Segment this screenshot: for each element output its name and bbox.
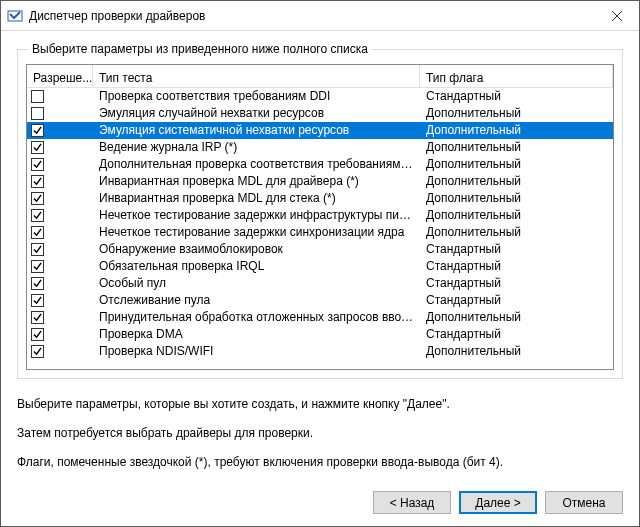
table-row[interactable]: Ведение журнала IRP (*)Дополнительный bbox=[27, 139, 613, 156]
test-type-cell: Нечеткое тестирование задержки инфрастру… bbox=[93, 207, 420, 224]
test-type-cell: Проверка соответствия требованиям DDI bbox=[93, 88, 420, 105]
flag-type-cell: Дополнительный bbox=[420, 309, 613, 326]
options-listview[interactable]: Разреше... Тип теста Тип флага Проверка … bbox=[26, 64, 614, 370]
close-button[interactable] bbox=[594, 1, 639, 30]
row-checkbox[interactable] bbox=[31, 345, 44, 358]
dialog-window: Диспетчер проверки драйверов Выберите па… bbox=[0, 0, 640, 527]
row-checkbox[interactable] bbox=[31, 107, 44, 120]
table-row[interactable]: Проверка DMAСтандартный bbox=[27, 326, 613, 343]
flag-type-cell: Дополнительный bbox=[420, 173, 613, 190]
permission-cell bbox=[27, 343, 93, 360]
row-checkbox[interactable] bbox=[31, 328, 44, 341]
flag-type-cell: Дополнительный bbox=[420, 207, 613, 224]
test-type-cell: Проверка NDIS/WIFI bbox=[93, 343, 420, 360]
column-header-permission[interactable]: Разреше... bbox=[27, 65, 93, 88]
permission-cell bbox=[27, 241, 93, 258]
row-checkbox[interactable] bbox=[31, 260, 44, 273]
test-type-cell: Инвариантная проверка MDL для стека (*) bbox=[93, 190, 420, 207]
test-type-cell: Ведение журнала IRP (*) bbox=[93, 139, 420, 156]
listview-header: Разреше... Тип теста Тип флага bbox=[27, 65, 613, 88]
row-checkbox[interactable] bbox=[31, 124, 44, 137]
row-checkbox[interactable] bbox=[31, 158, 44, 171]
permission-cell bbox=[27, 326, 93, 343]
test-type-cell: Проверка DMA bbox=[93, 326, 420, 343]
options-groupbox: Выберите параметры из приведенного ниже … bbox=[17, 49, 623, 379]
window-title: Диспетчер проверки драйверов bbox=[29, 9, 594, 23]
row-checkbox[interactable] bbox=[31, 294, 44, 307]
back-button[interactable]: < Назад bbox=[373, 491, 451, 514]
instruction-line-1: Выберите параметры, которые вы хотите со… bbox=[17, 397, 623, 412]
flag-type-cell: Стандартный bbox=[420, 88, 613, 105]
column-header-flag[interactable]: Тип флага bbox=[420, 65, 613, 88]
table-row[interactable]: Отслеживание пулаСтандартный bbox=[27, 292, 613, 309]
flag-type-cell: Дополнительный bbox=[420, 343, 613, 360]
test-type-cell: Принудительная обработка отложенных запр… bbox=[93, 309, 420, 326]
test-type-cell: Эмуляция случайной нехватки ресурсов bbox=[93, 105, 420, 122]
permission-cell bbox=[27, 207, 93, 224]
table-row[interactable]: Принудительная обработка отложенных запр… bbox=[27, 309, 613, 326]
row-checkbox[interactable] bbox=[31, 277, 44, 290]
row-checkbox[interactable] bbox=[31, 226, 44, 239]
permission-cell bbox=[27, 190, 93, 207]
row-checkbox[interactable] bbox=[31, 141, 44, 154]
row-checkbox[interactable] bbox=[31, 192, 44, 205]
flag-type-cell: Дополнительный bbox=[420, 224, 613, 241]
table-row[interactable]: Проверка соответствия требованиям DDIСта… bbox=[27, 88, 613, 105]
permission-cell bbox=[27, 224, 93, 241]
permission-cell bbox=[27, 122, 93, 139]
test-type-cell: Эмуляция систематичной нехватки ресурсов bbox=[93, 122, 420, 139]
row-checkbox[interactable] bbox=[31, 90, 44, 103]
table-row[interactable]: Обязательная проверка IRQLСтандартный bbox=[27, 258, 613, 275]
test-type-cell: Дополнительная проверка соответствия тре… bbox=[93, 156, 420, 173]
flag-type-cell: Дополнительный bbox=[420, 122, 613, 139]
app-icon bbox=[7, 8, 23, 24]
flag-type-cell: Дополнительный bbox=[420, 105, 613, 122]
row-checkbox[interactable] bbox=[31, 175, 44, 188]
close-icon bbox=[612, 11, 622, 21]
table-row[interactable]: Инвариантная проверка MDL для драйвера (… bbox=[27, 173, 613, 190]
table-row[interactable]: Особый пулСтандартный bbox=[27, 275, 613, 292]
permission-cell bbox=[27, 275, 93, 292]
table-row[interactable]: Эмуляция случайной нехватки ресурсовДопо… bbox=[27, 105, 613, 122]
table-row[interactable]: Обнаружение взаимоблокировокСтандартный bbox=[27, 241, 613, 258]
test-type-cell: Инвариантная проверка MDL для драйвера (… bbox=[93, 173, 420, 190]
row-checkbox[interactable] bbox=[31, 311, 44, 324]
permission-cell bbox=[27, 139, 93, 156]
titlebar: Диспетчер проверки драйверов bbox=[1, 1, 639, 31]
cancel-button[interactable]: Отмена bbox=[545, 491, 623, 514]
flag-type-cell: Дополнительный bbox=[420, 139, 613, 156]
test-type-cell: Особый пул bbox=[93, 275, 420, 292]
flag-type-cell: Стандартный bbox=[420, 275, 613, 292]
permission-cell bbox=[27, 258, 93, 275]
next-button[interactable]: Далее > bbox=[459, 491, 537, 514]
test-type-cell: Обязательная проверка IRQL bbox=[93, 258, 420, 275]
flag-type-cell: Дополнительный bbox=[420, 156, 613, 173]
permission-cell bbox=[27, 292, 93, 309]
test-type-cell: Нечеткое тестирование задержки синхрониз… bbox=[93, 224, 420, 241]
row-checkbox[interactable] bbox=[31, 209, 44, 222]
permission-cell bbox=[27, 309, 93, 326]
row-checkbox[interactable] bbox=[31, 243, 44, 256]
table-row[interactable]: Нечеткое тестирование задержки инфрастру… bbox=[27, 207, 613, 224]
flag-type-cell: Стандартный bbox=[420, 292, 613, 309]
instruction-line-3: Флаги, помеченные звездочкой (*), требую… bbox=[17, 455, 623, 470]
test-type-cell: Отслеживание пула bbox=[93, 292, 420, 309]
instruction-line-2: Затем потребуется выбрать драйверы для п… bbox=[17, 426, 623, 441]
flag-type-cell: Стандартный bbox=[420, 241, 613, 258]
table-row[interactable]: Эмуляция систематичной нехватки ресурсов… bbox=[27, 122, 613, 139]
flag-type-cell: Стандартный bbox=[420, 326, 613, 343]
client-area: Выберите параметры из приведенного ниже … bbox=[1, 31, 639, 526]
table-row[interactable]: Инвариантная проверка MDL для стека (*)Д… bbox=[27, 190, 613, 207]
table-row[interactable]: Проверка NDIS/WIFIДополнительный bbox=[27, 343, 613, 360]
test-type-cell: Обнаружение взаимоблокировок bbox=[93, 241, 420, 258]
permission-cell bbox=[27, 105, 93, 122]
groupbox-label: Выберите параметры из приведенного ниже … bbox=[28, 42, 372, 56]
permission-cell bbox=[27, 173, 93, 190]
table-row[interactable]: Нечеткое тестирование задержки синхрониз… bbox=[27, 224, 613, 241]
permission-cell bbox=[27, 88, 93, 105]
wizard-buttons: < Назад Далее > Отмена bbox=[17, 485, 623, 514]
column-header-test[interactable]: Тип теста bbox=[93, 65, 420, 88]
listview-body[interactable]: Проверка соответствия требованиям DDIСта… bbox=[27, 88, 613, 369]
table-row[interactable]: Дополнительная проверка соответствия тре… bbox=[27, 156, 613, 173]
permission-cell bbox=[27, 156, 93, 173]
